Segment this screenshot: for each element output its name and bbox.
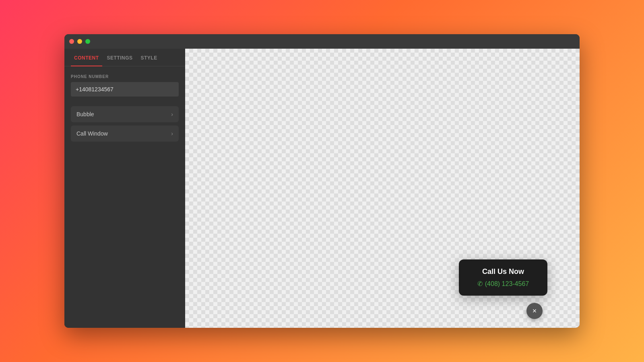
close-bubble-button[interactable]: × — [526, 303, 543, 319]
tab-settings[interactable]: SETTINGS — [104, 49, 136, 66]
traffic-light-green[interactable] — [85, 39, 90, 44]
phone-number-label: PHONE NUMBER — [71, 74, 179, 79]
call-widget-phone-number: (408) 123-4567 — [485, 280, 529, 288]
traffic-light-red[interactable] — [69, 39, 74, 44]
call-widget-phone[interactable]: ✆ (408) 123-4567 — [470, 280, 536, 288]
bubble-label: Bubble — [76, 111, 94, 117]
call-window-section-item[interactable]: Call Window › — [71, 125, 179, 142]
phone-icon: ✆ — [477, 280, 483, 288]
sidebar: CONTENT SETTINGS STYLE PHONE NUMBER Bubb… — [64, 49, 185, 328]
bubble-chevron-icon: › — [171, 111, 173, 117]
main-content: CONTENT SETTINGS STYLE PHONE NUMBER Bubb… — [64, 49, 580, 328]
preview-area: Call Us Now ✆ (408) 123-4567 × — [185, 49, 580, 328]
call-widget: Call Us Now ✆ (408) 123-4567 — [459, 259, 547, 296]
tab-content[interactable]: CONTENT — [71, 49, 102, 66]
call-widget-title: Call Us Now — [470, 267, 536, 276]
call-window-label: Call Window — [76, 130, 108, 137]
tabs: CONTENT SETTINGS STYLE — [64, 49, 185, 66]
traffic-light-yellow[interactable] — [77, 39, 82, 44]
sidebar-body: PHONE NUMBER Bubble › Call Window › — [64, 66, 185, 328]
bubble-section-item[interactable]: Bubble › — [71, 106, 179, 122]
call-window-chevron-icon: › — [171, 130, 173, 137]
tab-style[interactable]: STYLE — [138, 49, 161, 66]
traffic-lights — [69, 39, 90, 44]
titlebar — [64, 34, 580, 49]
close-icon: × — [533, 307, 537, 315]
app-window: CONTENT SETTINGS STYLE PHONE NUMBER Bubb… — [64, 34, 580, 328]
phone-number-input[interactable] — [71, 82, 179, 97]
